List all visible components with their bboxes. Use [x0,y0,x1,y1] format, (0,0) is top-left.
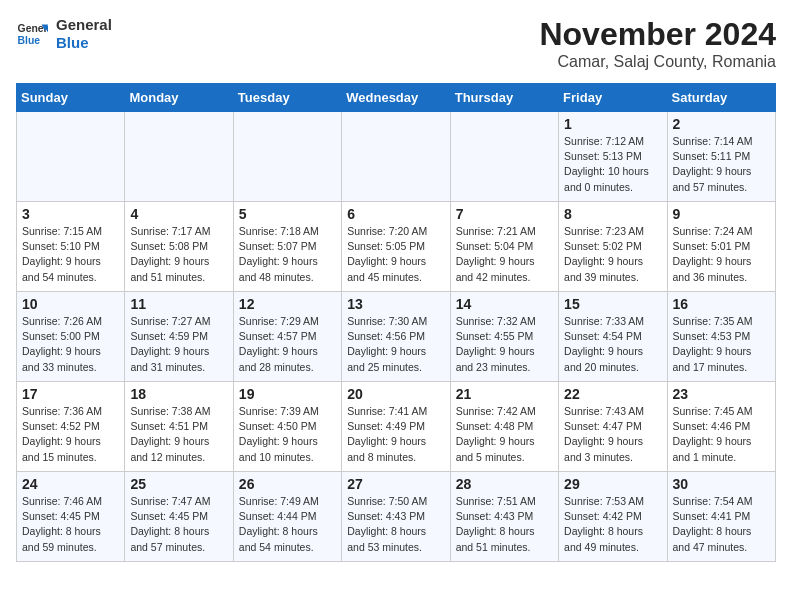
day-cell: 23Sunrise: 7:45 AM Sunset: 4:46 PM Dayli… [667,382,775,472]
day-number: 19 [239,386,336,402]
header: General Blue General Blue November 2024 … [16,16,776,71]
svg-text:Blue: Blue [18,35,41,46]
day-number: 11 [130,296,227,312]
day-info: Sunrise: 7:38 AM Sunset: 4:51 PM Dayligh… [130,404,227,465]
day-info: Sunrise: 7:23 AM Sunset: 5:02 PM Dayligh… [564,224,661,285]
day-number: 27 [347,476,444,492]
day-cell: 3Sunrise: 7:15 AM Sunset: 5:10 PM Daylig… [17,202,125,292]
day-cell: 1Sunrise: 7:12 AM Sunset: 5:13 PM Daylig… [559,112,667,202]
day-cell [17,112,125,202]
day-info: Sunrise: 7:36 AM Sunset: 4:52 PM Dayligh… [22,404,119,465]
day-info: Sunrise: 7:42 AM Sunset: 4:48 PM Dayligh… [456,404,553,465]
day-number: 9 [673,206,770,222]
day-cell: 28Sunrise: 7:51 AM Sunset: 4:43 PM Dayli… [450,472,558,562]
day-cell: 29Sunrise: 7:53 AM Sunset: 4:42 PM Dayli… [559,472,667,562]
day-cell: 2Sunrise: 7:14 AM Sunset: 5:11 PM Daylig… [667,112,775,202]
day-info: Sunrise: 7:26 AM Sunset: 5:00 PM Dayligh… [22,314,119,375]
day-number: 30 [673,476,770,492]
day-cell: 8Sunrise: 7:23 AM Sunset: 5:02 PM Daylig… [559,202,667,292]
day-cell: 22Sunrise: 7:43 AM Sunset: 4:47 PM Dayli… [559,382,667,472]
day-cell: 19Sunrise: 7:39 AM Sunset: 4:50 PM Dayli… [233,382,341,472]
day-cell: 16Sunrise: 7:35 AM Sunset: 4:53 PM Dayli… [667,292,775,382]
calendar-header-row: SundayMondayTuesdayWednesdayThursdayFrid… [17,84,776,112]
subtitle: Camar, Salaj County, Romania [539,53,776,71]
day-info: Sunrise: 7:12 AM Sunset: 5:13 PM Dayligh… [564,134,661,195]
day-cell: 9Sunrise: 7:24 AM Sunset: 5:01 PM Daylig… [667,202,775,292]
day-number: 24 [22,476,119,492]
day-info: Sunrise: 7:39 AM Sunset: 4:50 PM Dayligh… [239,404,336,465]
day-number: 15 [564,296,661,312]
column-header-monday: Monday [125,84,233,112]
day-cell: 6Sunrise: 7:20 AM Sunset: 5:05 PM Daylig… [342,202,450,292]
day-info: Sunrise: 7:53 AM Sunset: 4:42 PM Dayligh… [564,494,661,555]
day-number: 1 [564,116,661,132]
day-number: 16 [673,296,770,312]
day-number: 29 [564,476,661,492]
logo-line2: Blue [56,34,112,52]
day-cell: 18Sunrise: 7:38 AM Sunset: 4:51 PM Dayli… [125,382,233,472]
day-cell: 11Sunrise: 7:27 AM Sunset: 4:59 PM Dayli… [125,292,233,382]
day-number: 6 [347,206,444,222]
logo-line1: General [56,16,112,34]
day-info: Sunrise: 7:35 AM Sunset: 4:53 PM Dayligh… [673,314,770,375]
column-header-wednesday: Wednesday [342,84,450,112]
logo: General Blue General Blue [16,16,112,52]
day-cell: 24Sunrise: 7:46 AM Sunset: 4:45 PM Dayli… [17,472,125,562]
main-title: November 2024 [539,16,776,53]
week-row-5: 24Sunrise: 7:46 AM Sunset: 4:45 PM Dayli… [17,472,776,562]
day-number: 12 [239,296,336,312]
day-info: Sunrise: 7:24 AM Sunset: 5:01 PM Dayligh… [673,224,770,285]
day-info: Sunrise: 7:46 AM Sunset: 4:45 PM Dayligh… [22,494,119,555]
day-info: Sunrise: 7:17 AM Sunset: 5:08 PM Dayligh… [130,224,227,285]
week-row-3: 10Sunrise: 7:26 AM Sunset: 5:00 PM Dayli… [17,292,776,382]
day-info: Sunrise: 7:29 AM Sunset: 4:57 PM Dayligh… [239,314,336,375]
day-info: Sunrise: 7:27 AM Sunset: 4:59 PM Dayligh… [130,314,227,375]
calendar-body: 1Sunrise: 7:12 AM Sunset: 5:13 PM Daylig… [17,112,776,562]
day-number: 4 [130,206,227,222]
title-area: November 2024 Camar, Salaj County, Roman… [539,16,776,71]
day-info: Sunrise: 7:51 AM Sunset: 4:43 PM Dayligh… [456,494,553,555]
day-cell [125,112,233,202]
day-cell: 10Sunrise: 7:26 AM Sunset: 5:00 PM Dayli… [17,292,125,382]
day-cell [233,112,341,202]
day-info: Sunrise: 7:49 AM Sunset: 4:44 PM Dayligh… [239,494,336,555]
day-number: 10 [22,296,119,312]
day-info: Sunrise: 7:14 AM Sunset: 5:11 PM Dayligh… [673,134,770,195]
day-number: 21 [456,386,553,402]
column-header-thursday: Thursday [450,84,558,112]
calendar-table: SundayMondayTuesdayWednesdayThursdayFrid… [16,83,776,562]
day-cell: 4Sunrise: 7:17 AM Sunset: 5:08 PM Daylig… [125,202,233,292]
day-number: 3 [22,206,119,222]
day-number: 17 [22,386,119,402]
day-info: Sunrise: 7:15 AM Sunset: 5:10 PM Dayligh… [22,224,119,285]
day-number: 7 [456,206,553,222]
day-number: 14 [456,296,553,312]
day-info: Sunrise: 7:47 AM Sunset: 4:45 PM Dayligh… [130,494,227,555]
day-cell: 7Sunrise: 7:21 AM Sunset: 5:04 PM Daylig… [450,202,558,292]
day-info: Sunrise: 7:20 AM Sunset: 5:05 PM Dayligh… [347,224,444,285]
column-header-sunday: Sunday [17,84,125,112]
column-header-saturday: Saturday [667,84,775,112]
logo-icon: General Blue [16,18,48,50]
day-number: 26 [239,476,336,492]
day-info: Sunrise: 7:32 AM Sunset: 4:55 PM Dayligh… [456,314,553,375]
day-info: Sunrise: 7:41 AM Sunset: 4:49 PM Dayligh… [347,404,444,465]
day-cell: 14Sunrise: 7:32 AM Sunset: 4:55 PM Dayli… [450,292,558,382]
day-info: Sunrise: 7:21 AM Sunset: 5:04 PM Dayligh… [456,224,553,285]
day-cell: 21Sunrise: 7:42 AM Sunset: 4:48 PM Dayli… [450,382,558,472]
day-number: 23 [673,386,770,402]
day-info: Sunrise: 7:18 AM Sunset: 5:07 PM Dayligh… [239,224,336,285]
day-cell: 20Sunrise: 7:41 AM Sunset: 4:49 PM Dayli… [342,382,450,472]
day-cell: 5Sunrise: 7:18 AM Sunset: 5:07 PM Daylig… [233,202,341,292]
day-number: 18 [130,386,227,402]
day-cell: 17Sunrise: 7:36 AM Sunset: 4:52 PM Dayli… [17,382,125,472]
day-number: 25 [130,476,227,492]
week-row-1: 1Sunrise: 7:12 AM Sunset: 5:13 PM Daylig… [17,112,776,202]
day-info: Sunrise: 7:43 AM Sunset: 4:47 PM Dayligh… [564,404,661,465]
day-cell: 25Sunrise: 7:47 AM Sunset: 4:45 PM Dayli… [125,472,233,562]
day-number: 28 [456,476,553,492]
week-row-2: 3Sunrise: 7:15 AM Sunset: 5:10 PM Daylig… [17,202,776,292]
day-cell: 26Sunrise: 7:49 AM Sunset: 4:44 PM Dayli… [233,472,341,562]
day-cell [450,112,558,202]
day-number: 20 [347,386,444,402]
